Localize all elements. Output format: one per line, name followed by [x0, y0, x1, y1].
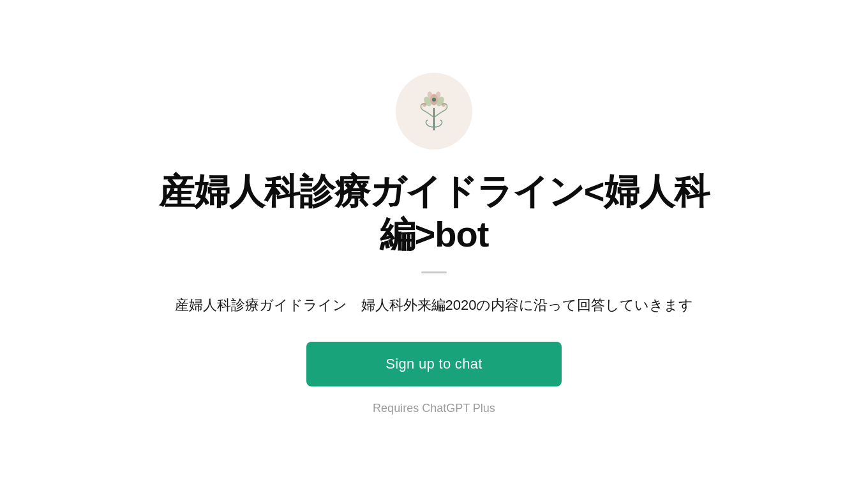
svg-point-9: [432, 98, 436, 102]
page-title: 産婦人科診療ガイドライン<婦人科編>bot: [147, 170, 721, 255]
main-content: 産婦人科診療ガイドライン<婦人科編>bot 産婦人科診療ガイドライン 婦人科外来…: [147, 73, 721, 415]
bot-description: 産婦人科診療ガイドライン 婦人科外来編2020の内容に沿って回答していきます: [175, 294, 694, 316]
requires-chatgpt-plus: Requires ChatGPT Plus: [373, 402, 495, 415]
signup-button[interactable]: Sign up to chat: [306, 342, 562, 386]
svg-point-5: [423, 103, 426, 107]
title-divider: [421, 271, 447, 273]
svg-point-6: [442, 103, 445, 107]
svg-point-7: [420, 106, 423, 109]
logo-icon: [408, 86, 460, 137]
logo-circle: [396, 73, 472, 149]
svg-point-8: [445, 106, 448, 109]
